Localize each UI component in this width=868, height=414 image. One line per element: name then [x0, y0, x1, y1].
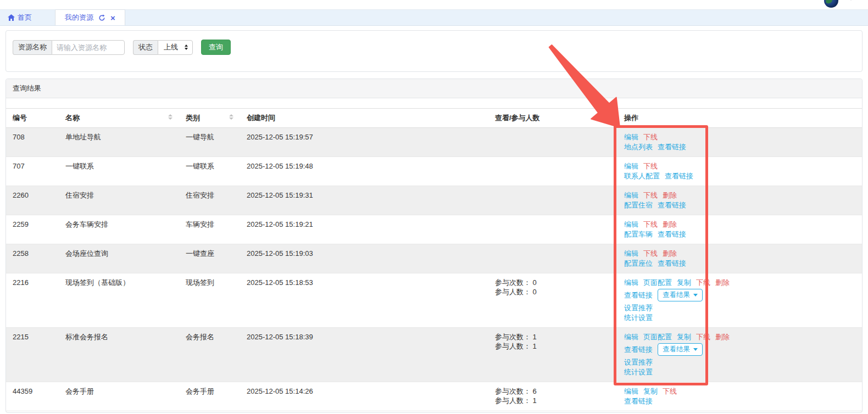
operation-link[interactable]: 下线 — [643, 161, 658, 171]
cell-category: 一键导航 — [179, 128, 240, 157]
message-icon[interactable] — [845, 0, 857, 5]
resource-name-input[interactable] — [52, 40, 125, 55]
operation-link[interactable]: 配置住宿 — [624, 200, 653, 210]
cell-operations: 编辑页面配置复制下线删除查看链接查看结果设置推荐统计设置 — [617, 328, 862, 382]
close-icon[interactable]: × — [110, 14, 115, 22]
results-table: 编号 名称 类别 创建时间 查看/参与人数 操作 708单地址导航一键导航202… — [6, 108, 862, 411]
operation-link[interactable]: 复制 — [677, 278, 691, 287]
cell-created: 2025-12-05 15:19:21 — [240, 215, 488, 244]
cell-name: 标准会务报名 — [59, 328, 179, 382]
operation-link[interactable]: 下线 — [696, 278, 710, 287]
operation-link[interactable]: 页面配置 — [643, 332, 672, 342]
tab-home-label: 首页 — [18, 13, 32, 23]
operation-link[interactable]: 下线 — [643, 132, 658, 142]
operation-link[interactable]: 删除 — [663, 220, 677, 229]
operation-link[interactable]: 查看链接 — [658, 142, 686, 152]
operation-link[interactable]: 查看链接 — [658, 230, 686, 239]
operation-link[interactable]: 设置推荐 — [624, 303, 653, 312]
operation-link[interactable]: 编辑 — [624, 191, 638, 200]
tab-my-resources[interactable]: 我的资源 × — [55, 9, 125, 25]
table-header-row: 编号 名称 类别 创建时间 查看/参与人数 操作 — [6, 109, 862, 128]
column-header-name[interactable]: 名称 — [59, 109, 179, 128]
operation-link[interactable]: 下线 — [643, 191, 658, 200]
operation-link[interactable]: 查看链接 — [658, 259, 686, 268]
cell-created: 2025-12-05 15:14:26 — [240, 382, 488, 411]
resource-name-label: 资源名称 — [13, 40, 52, 55]
operation-link[interactable]: 复制 — [677, 332, 691, 342]
view-results-dropdown[interactable]: 查看结果 — [658, 289, 703, 301]
cell-operations: 编辑复制下线查看链接 — [617, 382, 862, 411]
refresh-icon[interactable] — [98, 14, 105, 21]
cell-operations: 编辑下线删除配置车辆查看链接 — [617, 215, 862, 244]
operation-link[interactable]: 查看链接 — [624, 345, 653, 354]
operation-link[interactable]: 删除 — [663, 249, 677, 258]
operation-link[interactable]: 统计设置 — [624, 367, 653, 377]
operation-link[interactable]: 下线 — [696, 332, 710, 342]
view-results-dropdown[interactable]: 查看结果 — [658, 343, 703, 356]
query-button[interactable]: 查询 — [201, 40, 231, 55]
cell-id: 2259 — [6, 215, 59, 244]
operation-link[interactable]: 删除 — [715, 332, 730, 342]
operation-link[interactable]: 编辑 — [624, 132, 638, 142]
pagination-bar: 共 8 条 « ‹ 1 › » 20条/页 跳至 页 跳转 — [6, 411, 862, 414]
cell-stats — [488, 186, 617, 215]
cell-category: 车辆安排 — [179, 215, 240, 244]
stats-line: 参与人数： 1 — [495, 396, 611, 405]
cell-stats — [488, 215, 617, 244]
operation-link[interactable]: 下线 — [643, 249, 658, 258]
operation-link[interactable]: 查看链接 — [658, 200, 686, 210]
chevron-down-icon — [693, 294, 698, 296]
operation-link[interactable]: 页面配置 — [643, 278, 672, 287]
table-row: 2260住宿安排住宿安排2025-12-05 15:19:31编辑下线删除配置住… — [6, 186, 862, 215]
column-header-created: 创建时间 — [240, 109, 488, 128]
sort-caret-icon[interactable] — [229, 114, 233, 120]
operation-link[interactable]: 配置车辆 — [624, 230, 653, 239]
cell-stats: 参与次数： 1参与人数： 1 — [488, 328, 617, 382]
operation-link[interactable]: 配置座位 — [624, 259, 653, 268]
stats-line: 参与人数： 0 — [495, 287, 611, 296]
status-select[interactable]: 上线 — [158, 40, 193, 55]
operation-link[interactable]: 编辑 — [624, 278, 638, 287]
status-group: 状态 上线 — [133, 40, 193, 55]
cell-id: 2260 — [6, 186, 59, 215]
operation-link[interactable]: 地点列表 — [624, 142, 653, 152]
operation-link[interactable]: 统计设置 — [624, 313, 653, 322]
operation-link[interactable]: 删除 — [715, 278, 730, 287]
home-icon — [8, 14, 15, 21]
operation-link[interactable]: 编辑 — [624, 249, 638, 258]
cell-name: 会场座位查询 — [59, 244, 179, 273]
results-panel: 查询结果 编号 名称 类别 创建时间 查看/参与人数 操作 708单地址导航一键… — [5, 79, 863, 413]
tab-bar: 首页 我的资源 × — [0, 9, 868, 26]
operation-link[interactable]: 设置推荐 — [624, 357, 653, 367]
tab-home[interactable]: 首页 — [0, 10, 40, 25]
operation-link[interactable]: 复制 — [643, 387, 658, 396]
cell-name: 会务手册 — [59, 382, 179, 411]
operation-link[interactable]: 下线 — [643, 220, 658, 229]
operation-link[interactable]: 编辑 — [624, 387, 638, 396]
cell-created: 2025-12-05 15:19:31 — [240, 186, 488, 215]
globe-avatar[interactable] — [824, 0, 838, 8]
results-title: 查询结果 — [6, 79, 862, 98]
cell-stats: 参与次数： 0参与人数： 0 — [488, 273, 617, 328]
operation-link[interactable]: 联系人配置 — [624, 171, 660, 181]
operation-link[interactable]: 查看链接 — [624, 396, 653, 406]
column-header-id: 编号 — [6, 109, 59, 128]
operation-link[interactable]: 删除 — [663, 191, 677, 200]
table-row: 2258会场座位查询一键查座2025-12-05 15:19:03编辑下线删除配… — [6, 244, 862, 273]
tab-my-resources-label: 我的资源 — [65, 13, 93, 23]
operation-link[interactable]: 查看链接 — [624, 290, 653, 300]
column-header-category[interactable]: 类别 — [179, 109, 240, 128]
operation-link[interactable]: 查看链接 — [665, 171, 693, 181]
operation-link[interactable]: 下线 — [663, 387, 677, 396]
table-row: 2216现场签到（基础版）现场签到2025-12-05 15:18:53参与次数… — [6, 273, 862, 328]
cell-id: 707 — [6, 157, 59, 186]
cell-category: 一键查座 — [179, 244, 240, 273]
search-panel: 资源名称 状态 上线 查询 — [5, 30, 863, 72]
sort-caret-icon[interactable] — [168, 114, 173, 120]
cell-stats — [488, 244, 617, 273]
operation-link[interactable]: 编辑 — [624, 332, 638, 342]
cell-name: 现场签到（基础版） — [59, 273, 179, 328]
cell-stats: 参与次数： 6参与人数： 1 — [488, 382, 617, 411]
operation-link[interactable]: 编辑 — [624, 161, 638, 171]
operation-link[interactable]: 编辑 — [624, 220, 638, 229]
